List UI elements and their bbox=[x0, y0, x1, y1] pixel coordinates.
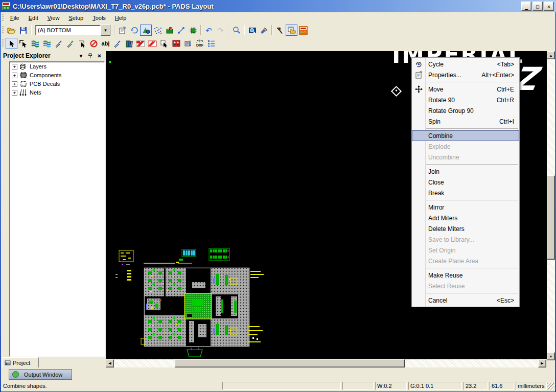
close-icon[interactable]: ✕ bbox=[96, 52, 103, 59]
minimize-button[interactable]: _ bbox=[521, 2, 531, 11]
dig-b-button[interactable] bbox=[64, 38, 76, 49]
select-corner-button[interactable] bbox=[17, 38, 29, 49]
undo-button[interactable]: ↶ bbox=[203, 25, 215, 36]
expand-icon[interactable]: + bbox=[12, 64, 17, 70]
expand-icon[interactable]: + bbox=[12, 90, 17, 96]
design-canvas[interactable]: IMPERIAL Z bbox=[106, 51, 547, 359]
vertical-scroll-thumb[interactable] bbox=[547, 175, 555, 260]
redraw-button[interactable] bbox=[128, 25, 140, 36]
menu-item-close[interactable]: Close bbox=[412, 177, 519, 188]
menu-item-add-miters[interactable]: Add Miters bbox=[412, 213, 519, 223]
window-folder-icon bbox=[288, 27, 296, 34]
flag-a-button[interactable] bbox=[135, 38, 147, 49]
menu-item-move[interactable]: MoveCtrl+E bbox=[412, 84, 519, 95]
menu-file[interactable]: File bbox=[6, 13, 24, 22]
menu-setup[interactable]: Setup bbox=[64, 13, 88, 22]
shovel-icon bbox=[113, 40, 122, 48]
redo-button[interactable]: ↷ bbox=[215, 25, 226, 36]
menu-item-uncombine[interactable]: Uncombine bbox=[412, 152, 519, 163]
scroll-left-button[interactable]: ◀ bbox=[106, 359, 114, 367]
horizontal-scroll-thumb[interactable] bbox=[175, 359, 405, 367]
layer-selector-value[interactable]: (A) BOTTOM bbox=[35, 25, 101, 35]
scroll-up-button[interactable]: ▲ bbox=[547, 51, 555, 59]
no-entry-button[interactable] bbox=[88, 38, 100, 49]
status-field-units[interactable]: millimeters bbox=[516, 382, 547, 390]
expand-icon[interactable]: + bbox=[12, 73, 17, 78]
panel-menu-arrow-icon[interactable]: ▼ bbox=[77, 52, 85, 59]
toolbar-grip[interactable] bbox=[2, 14, 4, 22]
toolbar-grip[interactable] bbox=[2, 26, 4, 34]
menu-item-cycle[interactable]: Cycle<Tab> bbox=[412, 59, 519, 70]
menu-item-combine[interactable]: Combine bbox=[412, 130, 519, 141]
dxf-import-button[interactable]: DXF bbox=[194, 38, 205, 49]
menu-help[interactable]: Help bbox=[110, 13, 131, 22]
layers-a-button[interactable] bbox=[29, 38, 41, 49]
horizontal-scrollbar[interactable]: ◀ ▶ bbox=[106, 359, 546, 367]
maximize-button[interactable]: □ bbox=[532, 2, 543, 11]
menu-item-delete-miters[interactable]: Delete Miters bbox=[412, 223, 519, 234]
menu-edit[interactable]: Edit bbox=[24, 13, 43, 22]
save-button[interactable] bbox=[17, 25, 29, 36]
part-button[interactable] bbox=[187, 25, 199, 36]
open-button[interactable] bbox=[6, 25, 17, 36]
menu-item-create-plane-area[interactable]: Create Plane Area bbox=[412, 256, 519, 266]
expand-icon[interactable]: + bbox=[12, 81, 17, 87]
pin-icon[interactable] bbox=[86, 52, 94, 59]
dig-blue-button[interactable] bbox=[111, 38, 123, 49]
layer-selector[interactable]: (A) BOTTOM ▼ bbox=[35, 25, 110, 35]
design-toolbar-toggle-button[interactable] bbox=[140, 25, 152, 36]
nets-button[interactable] bbox=[152, 25, 164, 36]
chevron-down-icon[interactable]: ▼ bbox=[101, 25, 110, 36]
red-pads-button[interactable] bbox=[170, 38, 182, 49]
library-books-button[interactable] bbox=[123, 38, 135, 49]
toolbar-grip[interactable] bbox=[2, 39, 4, 48]
measure-button[interactable] bbox=[175, 25, 187, 36]
tree-item-layers[interactable]: + Layers bbox=[12, 62, 104, 71]
scroll-down-button[interactable]: ▼ bbox=[547, 352, 555, 360]
copy-select-button[interactable] bbox=[158, 38, 170, 49]
eco-mode-button[interactable] bbox=[164, 25, 175, 36]
menu-item-select-reuse[interactable]: Select Reuse bbox=[412, 281, 519, 291]
menu-item-set-origin[interactable]: Set Origin bbox=[412, 245, 519, 256]
pin-tool-button[interactable] bbox=[182, 38, 194, 49]
vertical-scrollbar[interactable]: ▲ ▼ bbox=[547, 51, 555, 360]
flag-b-button[interactable] bbox=[147, 38, 158, 49]
resize-grip[interactable] bbox=[547, 383, 554, 389]
menu-item-break[interactable]: Break bbox=[412, 188, 519, 198]
menu-tools[interactable]: Tools bbox=[88, 13, 110, 22]
menu-item-rotate-90[interactable]: Rotate 90Ctrl+R bbox=[412, 95, 519, 105]
zoom-button[interactable] bbox=[230, 25, 242, 36]
output-window-button[interactable]: Output Window bbox=[9, 369, 72, 380]
hammer-icon bbox=[276, 27, 284, 34]
menu-item-properties[interactable]: Properties...Alt+<Enter> bbox=[412, 70, 519, 80]
menu-item-save-to-library[interactable]: Save to Library... bbox=[412, 234, 519, 245]
menu-item-make-reuse[interactable]: Make Reuse bbox=[412, 270, 519, 281]
tree-item-components[interactable]: + Components bbox=[12, 71, 104, 79]
menu-item-spin[interactable]: SpinCtrl+I bbox=[412, 116, 519, 127]
pads-router-button[interactable] bbox=[297, 25, 309, 36]
library-window-button[interactable] bbox=[286, 25, 297, 36]
menu-item-cancel[interactable]: Cancel<Esc> bbox=[412, 295, 519, 306]
title-bar[interactable]: C:\Users\awr01\Desktop\MAXI_T7_R0_v26p.p… bbox=[0, 0, 556, 12]
layer-list-button[interactable] bbox=[205, 38, 217, 49]
tree-item-nets[interactable]: + Nets bbox=[12, 88, 104, 97]
text-label-button[interactable]: ab| bbox=[100, 38, 111, 49]
tools-hammer-button[interactable] bbox=[274, 25, 286, 36]
menu-item-explode[interactable]: Explode bbox=[412, 141, 519, 152]
pcb-board[interactable] bbox=[115, 243, 264, 358]
scroll-right-button[interactable]: ▶ bbox=[538, 359, 546, 367]
tab-project[interactable]: Project bbox=[2, 357, 39, 368]
board-viewer-button[interactable] bbox=[246, 25, 258, 36]
menu-item-join[interactable]: Join bbox=[412, 166, 519, 177]
menu-view[interactable]: View bbox=[43, 13, 64, 22]
area-select-button[interactable] bbox=[76, 38, 88, 49]
dig-a-button[interactable] bbox=[53, 38, 64, 49]
cleanup-button[interactable] bbox=[258, 25, 270, 36]
menu-item-mirror[interactable]: Mirror bbox=[412, 202, 519, 213]
tree-item-pcb-decals[interactable]: + PCB Decals bbox=[12, 80, 104, 88]
layers-b-button[interactable] bbox=[41, 38, 53, 49]
menu-item-rotate-group-90[interactable]: Rotate Group 90 bbox=[412, 105, 519, 116]
close-button[interactable]: ✕ bbox=[544, 2, 554, 11]
select-button[interactable] bbox=[6, 38, 17, 49]
properties-button[interactable] bbox=[117, 25, 128, 36]
